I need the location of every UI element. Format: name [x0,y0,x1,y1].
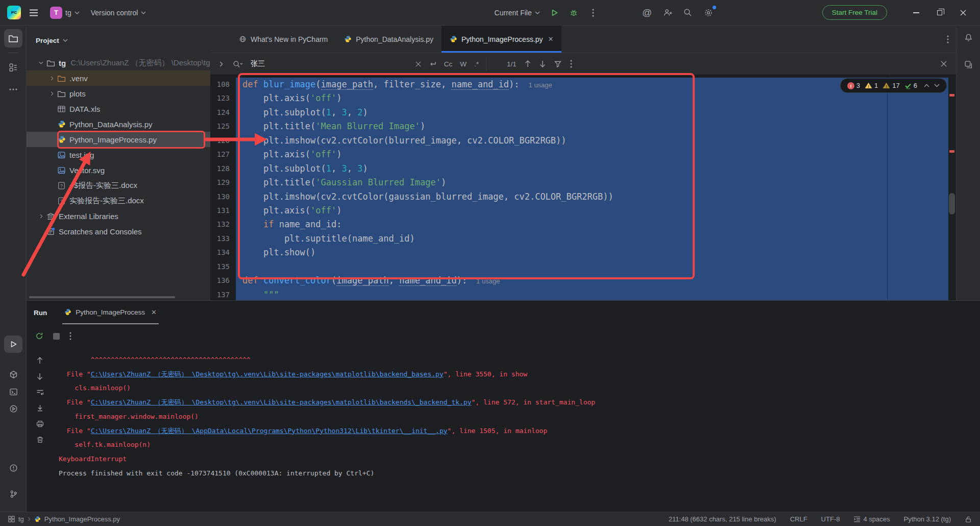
down-stack-trace-icon[interactable] [34,371,45,382]
code-line[interactable]: 124 plt.subplot(1, 3, 2) [210,106,956,119]
tree-item-Scratches and Consoles[interactable]: Scratches and Consoles [27,224,210,239]
words-button[interactable]: W [460,60,467,68]
tree-item-DATA.xls[interactable]: DATA.xls [27,101,210,116]
project-panel-title[interactable]: Project [36,37,59,44]
horizontal-scrollbar[interactable] [29,296,175,298]
run-configuration-selector[interactable]: Current File [491,4,544,21]
tree-chevron-icon[interactable] [36,61,46,64]
code-editor[interactable]: 108def blur_image(image_path, filter_siz… [210,75,956,300]
regex-button[interactable]: .* [474,60,479,68]
encoding-widget[interactable]: UTF-8 [821,515,840,523]
minimize-button[interactable] [904,3,928,23]
stack-trace-link[interactable]: C:\Users\ZhuanZ （无密码） \Desktop\tg\.venv\… [91,370,444,378]
code-line[interactable]: 128 plt.subplot(1, 3, 3) [210,162,956,176]
python-packages-tool-button[interactable] [4,366,22,383]
tree-chevron-icon[interactable] [46,76,57,81]
expand-search-icon[interactable] [215,61,227,67]
print-icon[interactable] [34,418,45,429]
tree-chevron-icon[interactable] [46,91,57,96]
project-selector[interactable]: T tg [46,4,83,21]
status-project-name[interactable]: tg [18,515,24,523]
error-stripe-mark[interactable] [949,150,954,153]
run-button[interactable] [546,4,563,21]
code-line[interactable]: 127 plt.axis('off') [210,148,956,161]
restore-button[interactable] [928,3,951,23]
structure-tool-button[interactable] [4,58,22,77]
previous-problem-icon[interactable] [924,84,929,87]
code-line[interactable]: 136def convert_color(image_path, name_an… [210,274,956,288]
search-everywhere-button[interactable] [679,4,697,21]
code-line[interactable]: 129 plt.title('Gaussian Blurred Image') [210,176,956,189]
up-stack-trace-icon[interactable] [34,355,45,366]
tree-chevron-icon[interactable] [36,214,46,219]
debug-button[interactable] [565,4,582,21]
rerun-icon[interactable] [35,332,43,340]
error-stripe-scrollbar[interactable] [948,75,956,300]
stack-trace-link[interactable]: C:\Users\ZhuanZ （无密码） \Desktop\tg\.venv\… [91,398,472,406]
next-occurrence-icon[interactable] [540,60,546,67]
vcs-widget[interactable]: Version control [87,4,150,21]
next-problem-icon[interactable] [934,84,940,87]
services-tool-button[interactable] [4,400,22,417]
stack-trace-link[interactable]: C:\Users\ZhuanZ （无密码） \AppData\Local\Pro… [91,427,448,435]
filter-icon[interactable] [554,61,561,67]
tree-item-Python_ImageProcess.py[interactable]: Python_ImageProcess.py [27,132,210,147]
tree-item-plots[interactable]: plots [27,86,210,101]
main-menu-button[interactable] [25,4,42,21]
tree-item-~$报告-实验三.docx[interactable]: ?~$报告-实验三.docx [27,178,210,193]
tab-close-icon[interactable]: ✕ [548,35,554,43]
tree-item-.venv[interactable]: .venv [27,70,210,86]
console-output[interactable]: ^^^^^^^^^^^^^^^^^^^^^^^^^^^^^^^^^^^^^^^^… [53,348,980,512]
code-line[interactable]: 123 plt.axis('off') [210,91,956,105]
code-line[interactable]: 134 plt.show() [210,246,956,259]
more-tool-windows-button[interactable] [4,80,22,99]
clear-search-icon[interactable] [415,61,421,67]
more-run-actions-button[interactable] [584,4,602,21]
match-case-button[interactable]: Cc [444,60,453,68]
run-console-tab[interactable]: Python_ImageProcess ✕ [62,301,159,324]
run-tool-button[interactable] [4,336,22,353]
line-separator-widget[interactable]: CRLF [790,515,807,523]
tree-item-实验报告-实验三.docx[interactable]: ?实验报告-实验三.docx [27,193,210,208]
code-line[interactable]: 135 [210,260,956,274]
search-options-icon[interactable] [570,60,572,68]
code-line[interactable]: 133 plt.suptitle(name_and_id) [210,232,956,246]
stop-icon[interactable] [53,333,60,340]
version-control-tool-button[interactable] [4,485,22,503]
code-line[interactable]: 131 plt.axis('off') [210,204,956,218]
code-with-me-button[interactable] [659,4,676,21]
unlock-icon[interactable] [965,516,972,523]
chevron-down-icon[interactable] [63,39,68,42]
project-tool-button[interactable] [4,29,22,47]
close-search-icon[interactable] [941,61,956,67]
tree-item-Vector.svg[interactable]: Vector.svg [27,162,210,178]
caret-position-widget[interactable]: 211:48 (6632 chars, 215 line breaks) [669,515,776,523]
tab-python-dataanalysis[interactable]: Python_DataAnalysis.py [336,26,442,53]
settings-button[interactable] [700,4,717,21]
start-free-trial-button[interactable]: Start Free Trial [822,5,887,20]
status-file-name[interactable]: Python_ImageProcess.py [44,515,120,523]
search-history-icon[interactable] [233,60,243,68]
search-field[interactable]: 张三 Cc W .* [227,59,479,68]
ai-chat-tool-button[interactable] [962,58,975,71]
scrollbar-thumb[interactable] [949,193,955,214]
indent-widget[interactable]: 4 spaces [853,515,890,523]
soft-wrap-icon[interactable] [34,387,45,398]
close-button[interactable] [951,3,975,23]
previous-occurrence-icon[interactable] [525,60,531,67]
run-tab-close-icon[interactable]: ✕ [151,308,157,316]
newline-icon[interactable] [429,61,436,67]
notifications-tool-button[interactable] [962,31,975,44]
tree-item-test.jpg[interactable]: test.jpg [27,147,210,162]
project-widget-icon[interactable] [8,516,15,522]
run-panel-title[interactable]: Run [34,309,47,317]
tree-item-External Libraries[interactable]: External Libraries [27,208,210,224]
code-line[interactable]: 126 plt.imshow(cv2.cvtColor(blurred_imag… [210,134,956,148]
scroll-to-end-icon[interactable] [34,402,45,414]
code-line[interactable]: 132 if name_and_id: [210,218,956,231]
error-stripe-mark[interactable] [949,94,954,97]
tree-item-tg[interactable]: tgC:\Users\ZhuanZ （无密码） \Desktop\tg [27,55,210,70]
code-line[interactable]: 130 plt.imshow(cv2.cvtColor(gaussian_blu… [210,190,956,204]
tree-item-Python_DataAnalysis.py[interactable]: Python_DataAnalysis.py [27,116,210,132]
inspections-widget[interactable]: ! 3 ! 1 ! 17 6 [840,78,947,93]
